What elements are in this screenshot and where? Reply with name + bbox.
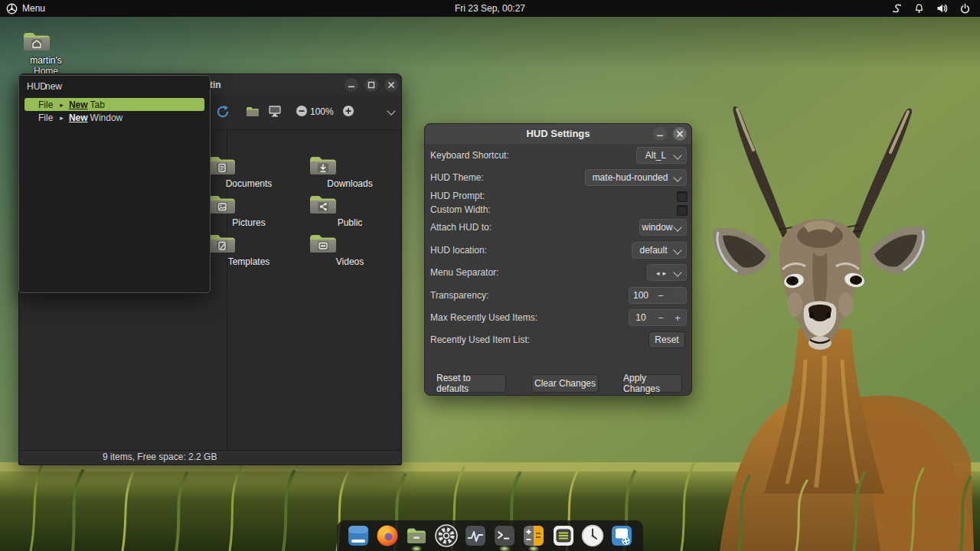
power-icon[interactable] bbox=[959, 2, 971, 15]
minimize-button[interactable] bbox=[345, 78, 358, 92]
notifications-bell-icon[interactable] bbox=[913, 2, 925, 15]
home-folder-icon bbox=[21, 29, 52, 54]
menu-label: Menu bbox=[22, 3, 45, 14]
label-recent-item-list: Recently Used Item List: bbox=[430, 331, 530, 348]
maximize-icon bbox=[368, 81, 375, 89]
apply-changes-button[interactable]: Apply Changes bbox=[622, 374, 682, 393]
terminal-icon bbox=[492, 523, 517, 548]
reset-to-defaults-button[interactable]: Reset to defaults bbox=[436, 374, 506, 393]
menu-arrow-icon: ▸ bbox=[60, 101, 64, 109]
video-icon bbox=[308, 231, 338, 256]
refresh-icon[interactable] bbox=[216, 105, 230, 119]
label-menu-separator: Menu Separator: bbox=[430, 264, 498, 281]
image-icon bbox=[207, 192, 237, 217]
input-method-icon[interactable] bbox=[891, 2, 903, 15]
close-icon bbox=[676, 130, 684, 138]
hud-result-new-tab[interactable]: File ▸ New Tab bbox=[24, 98, 204, 111]
desktop-icon-home[interactable]: martin's Home bbox=[21, 29, 70, 77]
spin-plus-button[interactable]: + bbox=[669, 312, 686, 324]
label-hud-theme: HUD Theme: bbox=[430, 169, 484, 186]
minimize-icon bbox=[348, 81, 355, 89]
zoom-level: 100% bbox=[310, 106, 334, 117]
folder-downloads[interactable]: Downloads bbox=[308, 153, 392, 193]
dock-firefox[interactable] bbox=[375, 523, 400, 548]
running-indicator bbox=[499, 546, 510, 551]
attach-hud-dropdown[interactable]: window bbox=[639, 219, 687, 236]
dock-show-desktop[interactable] bbox=[346, 523, 371, 548]
share-icon bbox=[308, 192, 338, 217]
custom-width-checkbox[interactable] bbox=[677, 205, 688, 216]
label-hud-location: HUD location: bbox=[430, 242, 487, 259]
template-icon bbox=[207, 231, 237, 256]
system-monitor-icon bbox=[463, 523, 488, 548]
folder-templates[interactable]: Templates bbox=[207, 231, 291, 271]
firefox-icon bbox=[375, 523, 400, 548]
max-recent-items-spinbox[interactable]: 10 − + bbox=[629, 309, 687, 326]
clock-icon bbox=[580, 523, 605, 548]
status-bar: 9 items, Free space: 2.2 GB bbox=[19, 450, 401, 465]
zoom-in-icon[interactable] bbox=[342, 105, 354, 117]
triangle-right-icon: ▸ bbox=[663, 269, 667, 277]
running-indicator bbox=[411, 546, 422, 551]
label-custom-width: Custom Width: bbox=[430, 201, 491, 218]
spin-minus-button[interactable]: − bbox=[652, 312, 669, 324]
folder-icon[interactable] bbox=[245, 105, 260, 119]
clear-changes-button[interactable]: Clear Changes bbox=[531, 374, 599, 393]
download-icon bbox=[308, 153, 338, 178]
reset-recent-list-button[interactable]: Reset bbox=[648, 331, 685, 348]
keyboard-shortcut-dropdown[interactable]: Alt_L bbox=[636, 147, 687, 164]
dock-file-manager[interactable] bbox=[404, 523, 429, 548]
dock-notes[interactable] bbox=[551, 523, 576, 548]
gear-icon bbox=[434, 523, 459, 548]
hud-location-dropdown[interactable]: default bbox=[632, 242, 687, 259]
software-boutique-icon bbox=[609, 523, 634, 548]
dock-terminal[interactable] bbox=[492, 523, 517, 548]
dock-calculator[interactable] bbox=[521, 523, 546, 548]
spin-plus-button: + bbox=[669, 290, 686, 302]
label-transparency: Transparency: bbox=[430, 287, 488, 304]
dock-software-boutique[interactable] bbox=[609, 523, 634, 548]
folder-pictures[interactable]: Pictures bbox=[207, 192, 291, 232]
display-view-icon[interactable] bbox=[268, 105, 283, 119]
menu-separator-dropdown[interactable]: ◂▸ bbox=[647, 264, 687, 281]
hud-settings-titlebar[interactable]: HUD Settings bbox=[425, 124, 691, 144]
folder-videos[interactable]: Videos bbox=[308, 231, 392, 271]
spin-minus-button[interactable]: − bbox=[652, 290, 669, 302]
folder-public[interactable]: Public bbox=[308, 192, 392, 232]
transparency-spinbox[interactable]: 100 − + bbox=[629, 287, 687, 304]
applications-menu-button[interactable]: Menu bbox=[0, 0, 51, 17]
view-chevron-icon[interactable] bbox=[387, 106, 395, 115]
chevron-down-icon bbox=[673, 268, 681, 276]
hud-prompt-checkbox[interactable] bbox=[677, 191, 688, 202]
chevron-down-icon bbox=[673, 151, 681, 159]
close-icon bbox=[387, 81, 395, 89]
hud-result-new-window[interactable]: File ▸ New Window bbox=[24, 111, 204, 124]
maximize-button[interactable] bbox=[364, 78, 378, 92]
folder-documents[interactable]: Documents bbox=[207, 153, 291, 193]
dock bbox=[337, 520, 643, 551]
chevron-down-icon bbox=[673, 173, 681, 181]
volume-icon[interactable] bbox=[936, 2, 949, 15]
hud-theme-dropdown[interactable]: mate-hud-rounded bbox=[585, 169, 687, 186]
hud-header[interactable]: HUD new bbox=[19, 76, 210, 98]
dock-clock[interactable] bbox=[580, 523, 605, 548]
notes-icon bbox=[551, 523, 576, 548]
file-manager-icon bbox=[404, 523, 429, 548]
zoom-out-icon[interactable] bbox=[296, 105, 308, 117]
calculator-icon bbox=[521, 523, 546, 548]
top-panel: Menu Fri 23 Sep, 00:27 bbox=[0, 0, 980, 17]
minimize-button[interactable] bbox=[653, 127, 667, 141]
dialog-title: HUD Settings bbox=[425, 124, 691, 144]
label-attach-hud: Attach HUD to: bbox=[430, 219, 492, 236]
running-indicator bbox=[528, 546, 539, 551]
hud-prompt: HUD bbox=[27, 81, 47, 92]
chevron-down-icon bbox=[673, 223, 681, 231]
clock-applet[interactable]: Fri 23 Sep, 00:27 bbox=[0, 3, 980, 14]
close-button[interactable] bbox=[673, 127, 687, 141]
hud-settings-dialog: HUD Settings Keyboard Shortcut: Alt_L HU… bbox=[424, 123, 692, 396]
menu-arrow-icon: ▸ bbox=[60, 114, 64, 122]
dock-system-monitor[interactable] bbox=[463, 523, 488, 548]
dock-control-center[interactable] bbox=[434, 523, 459, 548]
close-button[interactable] bbox=[384, 78, 398, 92]
hud-search-query[interactable]: new bbox=[45, 81, 62, 92]
